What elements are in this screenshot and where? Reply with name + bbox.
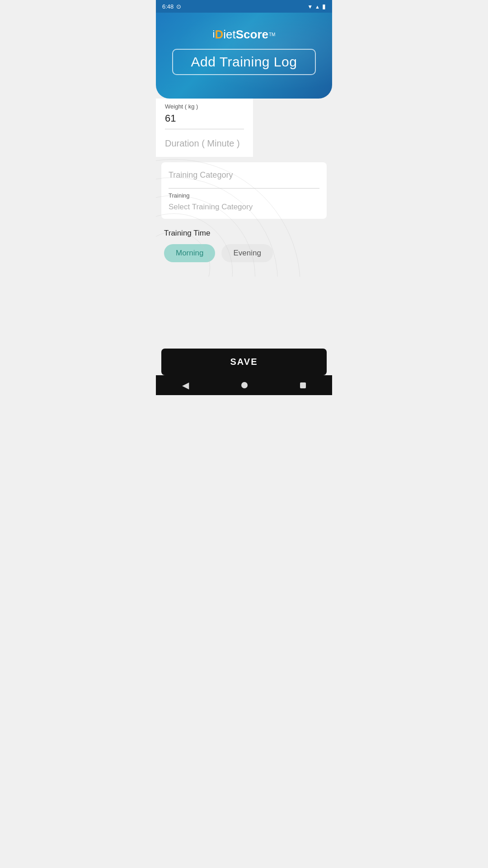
training-select-placeholder[interactable]: Select Training Category [169,200,319,217]
form-area: Weight ( kg ) 61 Duration ( Minute ) Tra… [156,99,332,304]
signal-icon [315,3,320,10]
weight-value[interactable]: 61 [165,112,244,127]
wifi-icon [307,3,313,10]
weight-label: Weight ( kg ) [165,103,244,110]
weight-card: Weight ( kg ) 61 Duration ( Minute ) [156,99,253,157]
home-button[interactable] [241,382,248,388]
logo-tm: TM [269,32,275,37]
training-category-card: Training Category Training Select Traini… [161,162,327,219]
duration-placeholder[interactable]: Duration ( Minute ) [165,134,244,155]
logo-d: D [215,28,223,42]
weight-input-group[interactable]: Weight ( kg ) 61 [165,99,244,129]
training-category-field[interactable]: Training Category [169,162,319,189]
training-time-section: Training Time Morning Evening [156,222,332,268]
status-bar: 6:48 [156,0,332,13]
time-options: Morning Evening [164,244,324,262]
logo-score: Score [236,28,268,42]
save-button[interactable]: SAVE [161,349,327,375]
page-title-box: Add Training Log [172,49,316,75]
training-label: Training [169,192,319,199]
page-title: Add Training Log [191,54,297,69]
app-logo: i D iet Score TM [213,28,276,42]
logo-iet: iet [223,28,235,42]
navigation-bar: ◀ [156,375,332,395]
app-header: i D iet Score TM Add Training Log [156,13,332,99]
battery-icon [322,3,326,10]
notify-icon [176,3,181,10]
back-button[interactable]: ◀ [182,380,189,391]
status-bar-left: 6:48 [162,3,181,10]
status-bar-right [307,3,326,10]
main-container: 6:48 i D iet Score TM Add Training Log W… [156,0,332,395]
recents-button[interactable] [300,382,306,388]
time-display: 6:48 [162,3,174,10]
training-time-label: Training Time [164,229,324,238]
evening-button[interactable]: Evening [221,244,272,262]
save-button-container: SAVE [161,349,327,375]
morning-button[interactable]: Morning [164,244,215,262]
training-input-group[interactable]: Training Select Training Category [169,189,319,219]
duration-input-group[interactable]: Duration ( Minute ) [165,129,244,157]
